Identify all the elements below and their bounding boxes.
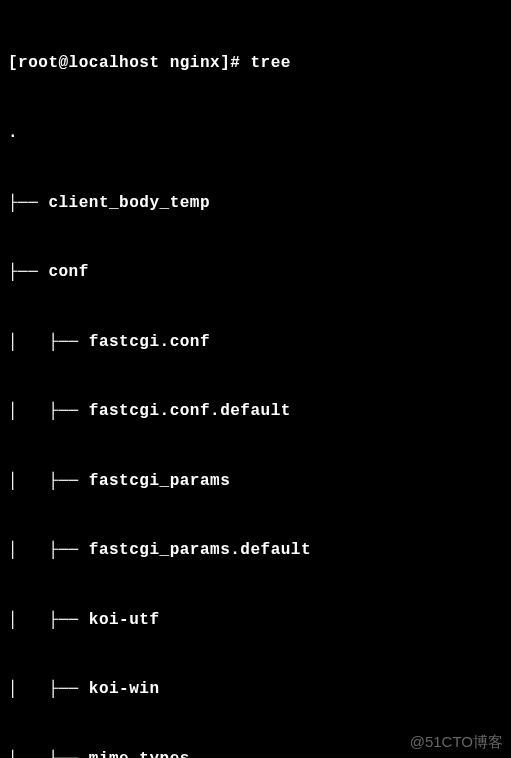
tree-line: │ ├── koi-win [8, 678, 503, 701]
tree-line: │ ├── fastcgi_params [8, 470, 503, 493]
tree-root-dot: . [8, 122, 503, 145]
watermark-text: @51CTO博客 [410, 733, 503, 752]
tree-line: ├── conf [8, 261, 503, 284]
tree-line: ├── client_body_temp [8, 192, 503, 215]
terminal-window[interactable]: [root@localhost nginx]# tree . ├── clien… [0, 0, 511, 758]
tree-line: │ ├── fastcgi.conf.default [8, 400, 503, 423]
shell-prompt-line: [root@localhost nginx]# tree [8, 52, 503, 75]
tree-line: │ ├── fastcgi_params.default [8, 539, 503, 562]
tree-line: │ ├── fastcgi.conf [8, 331, 503, 354]
tree-line: │ ├── koi-utf [8, 609, 503, 632]
